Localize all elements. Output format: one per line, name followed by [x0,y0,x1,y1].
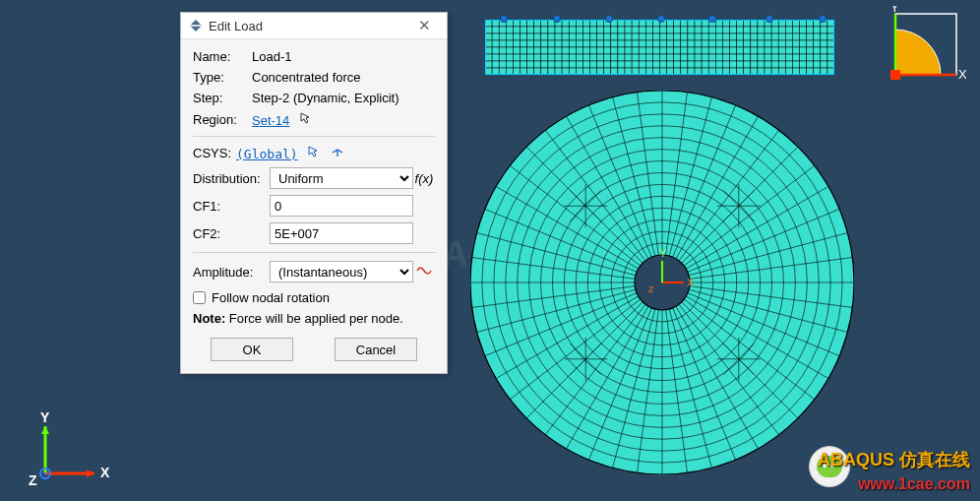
svg-rect-39 [758,20,765,27]
svg-rect-513 [190,25,202,27]
svg-rect-211 [562,47,569,54]
svg-rect-371 [632,68,639,75]
distribution-select[interactable]: Uniform [270,167,413,189]
cf1-input[interactable] [270,195,413,217]
load-anchor [605,15,613,23]
svg-rect-286 [737,54,744,61]
svg-rect-246 [807,47,814,54]
svg-rect-76 [667,27,674,33]
svg-rect-190 [765,40,771,47]
svg-rect-257 [534,54,541,61]
amplitude-create-icon[interactable] [413,264,435,281]
svg-rect-162 [569,40,576,47]
svg-rect-315 [590,61,597,68]
svg-rect-129 [688,33,695,40]
follow-rotation-checkbox[interactable] [193,291,206,304]
svg-rect-125 [660,33,667,40]
csys-link[interactable]: (Global) [236,147,298,161]
svg-rect-395 [800,68,807,75]
svg-rect-200 [485,47,492,54]
svg-rect-312 [569,61,576,68]
load-anchor [500,15,508,23]
axis-y-label: Y [40,412,50,425]
svg-rect-283 [715,54,722,61]
svg-rect-344 [792,61,799,68]
svg-rect-276 [667,54,674,61]
svg-rect-65 [590,27,597,33]
svg-rect-367 [604,68,611,75]
svg-rect-343 [785,61,792,68]
svg-rect-27 [674,20,681,27]
fx-button[interactable]: f(x) [413,171,435,186]
cf2-input[interactable] [270,222,413,244]
svg-rect-232 [708,47,715,54]
svg-rect-120 [625,33,632,40]
svg-rect-209 [548,47,555,54]
svg-rect-248 [821,47,827,54]
svg-rect-93 [785,27,792,33]
svg-rect-52 [499,27,506,33]
ok-button[interactable]: OK [211,338,293,361]
svg-rect-1 [492,20,499,27]
svg-rect-307 [534,61,541,68]
svg-rect-335 [730,61,737,68]
svg-rect-353 [506,68,513,75]
svg-rect-110 [555,33,562,40]
svg-rect-363 [576,68,582,75]
svg-rect-258 [541,54,548,61]
svg-rect-358 [541,68,548,75]
svg-rect-180 [695,40,702,47]
pick-region-icon[interactable] [299,111,313,125]
svg-rect-388 [751,68,758,75]
svg-rect-327 [674,61,681,68]
svg-rect-73 [645,27,652,33]
svg-rect-50 [485,27,492,33]
svg-rect-235 [730,47,737,54]
svg-rect-268 [611,54,618,61]
distribution-label: Distribution: [193,171,270,186]
svg-rect-150 [485,40,492,47]
axis-x-label: X [100,465,110,480]
amplitude-select[interactable]: (Instantaneous) [270,261,413,282]
amplitude-label: Amplitude: [193,265,270,280]
type-label: Type: [193,70,252,85]
svg-rect-386 [737,68,744,75]
region-link[interactable]: Set-14 [252,113,289,128]
cancel-button[interactable]: Cancel [335,338,417,361]
svg-rect-28 [681,20,688,27]
svg-rect-99 [827,27,834,33]
svg-rect-82 [708,27,715,33]
dialog-titlebar[interactable]: Edit Load ✕ [181,13,447,39]
svg-rect-309 [548,61,555,68]
svg-rect-245 [800,47,807,54]
view-cube[interactable]: X Y [888,6,966,85]
svg-rect-22 [639,20,645,27]
create-csys-icon[interactable] [331,145,344,158]
svg-rect-214 [582,47,589,54]
svg-rect-279 [688,54,695,61]
svg-rect-19 [618,20,625,27]
svg-rect-195 [800,40,807,47]
svg-rect-233 [715,47,722,54]
svg-rect-366 [597,68,604,75]
svg-rect-78 [681,27,688,33]
close-button[interactable]: ✕ [409,17,439,34]
svg-rect-12 [569,20,576,27]
svg-rect-277 [674,54,681,61]
svg-rect-285 [730,54,737,61]
svg-rect-122 [639,33,645,40]
svg-rect-181 [702,40,708,47]
svg-rect-100 [485,33,492,40]
svg-rect-128 [681,33,688,40]
svg-rect-15 [590,20,597,27]
pick-csys-icon[interactable] [307,145,321,158]
svg-rect-152 [499,40,506,47]
svg-rect-278 [681,54,688,61]
svg-rect-207 [534,47,541,54]
svg-rect-13 [576,20,582,27]
svg-rect-191 [771,40,778,47]
step-value: Step-2 (Dynamic, Explicit) [252,91,435,105]
svg-rect-185 [730,40,737,47]
svg-rect-301 [492,61,499,68]
svg-rect-0 [485,20,492,27]
